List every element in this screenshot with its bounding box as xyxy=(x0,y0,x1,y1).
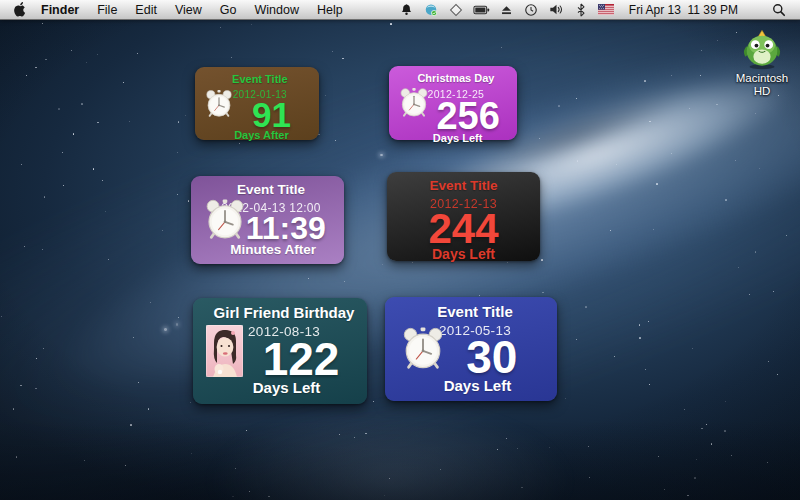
widget-title: Event Title xyxy=(391,303,551,320)
alarm-clock-icon xyxy=(400,324,446,374)
menu-bar-status-area: Fri Apr 13 11 39 PM xyxy=(398,1,790,19)
widget-unit: Days Left xyxy=(393,246,534,262)
green-app-icon[interactable] xyxy=(423,1,440,19)
countdown-widget[interactable]: Event Title 2012-04-13 12:00 11:39 Minut… xyxy=(191,176,344,264)
eject-icon[interactable] xyxy=(498,1,515,19)
widget-title: Event Title xyxy=(393,178,534,194)
menu-go[interactable]: Go xyxy=(211,0,246,19)
menu-file[interactable]: File xyxy=(88,0,126,19)
widget-value: 244 xyxy=(393,211,534,247)
widget-unit: Days Left xyxy=(199,379,361,396)
widget-date: 2012-12-13 xyxy=(393,197,534,211)
widget-title: Girl Friend Birthday xyxy=(199,304,361,321)
widget-title: Christmas Day xyxy=(395,72,511,85)
spotlight-icon[interactable] xyxy=(772,3,786,17)
hd-creature-icon xyxy=(741,28,783,70)
menu-finder[interactable]: Finder xyxy=(32,0,88,19)
menu-window[interactable]: Window xyxy=(245,0,307,19)
countdown-widget[interactable]: Event Title 2012-05-13 30 Days Left xyxy=(385,297,557,401)
apple-menu-icon[interactable] xyxy=(10,0,32,19)
menu-clock[interactable]: Fri Apr 13 11 39 PM xyxy=(629,3,738,17)
desktop: Finder File Edit View Go Window Help xyxy=(0,0,800,500)
widget-unit: Days Left xyxy=(391,377,551,394)
menu-bar: Finder File Edit View Go Window Help xyxy=(0,0,800,20)
diamond-icon[interactable] xyxy=(448,1,465,19)
widget-unit: Days Left xyxy=(395,132,511,144)
countdown-widget[interactable]: Event Title 2012-12-13 244 Days Left xyxy=(387,172,540,261)
hd-icon-label: Macintosh HD xyxy=(722,72,800,98)
bluetooth-icon[interactable] xyxy=(573,1,590,19)
menu-view[interactable]: View xyxy=(166,0,211,19)
alarm-clock-icon xyxy=(203,196,247,244)
countdown-widget[interactable]: Christmas Day 2012-12-25 256 Days Left xyxy=(389,66,517,140)
battery-icon[interactable] xyxy=(473,1,490,19)
widget-unit: Days After xyxy=(201,129,313,141)
volume-icon[interactable] xyxy=(548,1,565,19)
alarm-clock-icon xyxy=(204,87,234,120)
alarm-clock-icon xyxy=(398,86,430,121)
countdown-widget[interactable]: Event Title 2012-01-13 91 Days After xyxy=(195,67,319,140)
bell-icon[interactable] xyxy=(398,1,415,19)
desktop-icon-macintosh-hd[interactable]: Macintosh HD xyxy=(722,28,800,98)
widget-title: Event Title xyxy=(201,73,313,86)
menu-edit[interactable]: Edit xyxy=(126,0,166,19)
countdown-widget[interactable]: Girl Friend Birthday 2012-08-13 122 Days… xyxy=(193,298,367,404)
girl-photo xyxy=(206,325,243,377)
menu-help[interactable]: Help xyxy=(308,0,352,19)
clock-icon[interactable] xyxy=(523,1,540,19)
us-flag-icon[interactable] xyxy=(598,1,615,19)
